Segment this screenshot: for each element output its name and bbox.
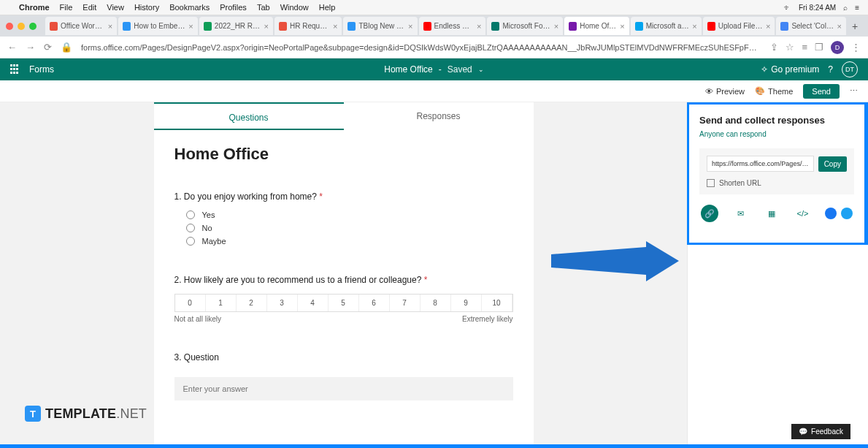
app-name[interactable]: Chrome: [19, 3, 50, 12]
menu-icon[interactable]: ≡: [855, 4, 859, 12]
link-icon[interactable]: 🔗: [701, 205, 718, 222]
radio-icon[interactable]: [186, 210, 195, 219]
menu-profiles[interactable]: Profiles: [220, 3, 247, 12]
browser-tab[interactable]: 2022_HR Requ×: [199, 17, 273, 35]
browser-tab[interactable]: Endless Sum×: [419, 17, 486, 35]
tab-responses[interactable]: Responses: [344, 102, 534, 130]
panel-subtitle[interactable]: Anyone can respond: [699, 130, 854, 138]
menu-help[interactable]: Help: [319, 3, 336, 12]
menu-tab[interactable]: Tab: [257, 3, 270, 12]
favicon: [423, 22, 431, 31]
close-tab-icon[interactable]: ×: [477, 22, 481, 31]
close-tab-icon[interactable]: ×: [837, 22, 842, 31]
window-controls[interactable]: [6, 23, 37, 30]
radio-icon[interactable]: [186, 237, 195, 246]
help-icon[interactable]: ?: [828, 64, 833, 75]
browser-tab[interactable]: How to Embed M×: [118, 17, 197, 35]
menu-history[interactable]: History: [134, 3, 159, 12]
more-icon[interactable]: ⋯: [850, 86, 858, 96]
shorten-checkbox[interactable]: [707, 179, 715, 187]
preview-button[interactable]: 👁 Preview: [705, 87, 745, 96]
favicon: [347, 22, 356, 31]
close-tab-icon[interactable]: ×: [264, 22, 269, 31]
copy-button[interactable]: Copy: [818, 156, 847, 172]
nps-cell[interactable]: 2: [237, 295, 267, 311]
close-tab-icon[interactable]: ×: [408, 22, 412, 31]
star-icon[interactable]: ☆: [786, 42, 794, 53]
shorten-label: Shorten URL: [719, 179, 761, 187]
menu-edit[interactable]: Edit: [82, 3, 96, 12]
profile-avatar[interactable]: D: [831, 41, 844, 54]
nps-cell[interactable]: 9: [451, 295, 482, 311]
nps-cell[interactable]: 0: [175, 295, 206, 311]
forward-icon[interactable]: →: [26, 42, 35, 53]
qrcode-icon[interactable]: ▦: [763, 205, 780, 222]
question-1[interactable]: 1. Do you enjoy working from home? * Yes…: [174, 191, 513, 246]
tab-questions[interactable]: Questions: [154, 102, 344, 130]
twitter-icon[interactable]: [841, 208, 853, 219]
browser-tab[interactable]: Upload Files in×: [703, 17, 775, 35]
nps-cell[interactable]: 8: [420, 295, 451, 311]
url-text[interactable]: forms.office.com/Pages/DesignPageV2.aspx…: [81, 43, 761, 52]
nps-cell[interactable]: 1: [206, 295, 237, 311]
wifi-icon[interactable]: ᯤ: [784, 4, 791, 12]
radio-maybe[interactable]: Maybe: [186, 237, 513, 246]
chat-icon: 💬: [799, 428, 807, 436]
radio-no[interactable]: No: [186, 224, 513, 232]
send-button[interactable]: Send: [803, 84, 840, 99]
close-tab-icon[interactable]: ×: [620, 22, 624, 31]
nps-cell[interactable]: 10: [482, 295, 512, 311]
share-icon[interactable]: ⇪: [770, 42, 778, 53]
menu-window[interactable]: Window: [280, 3, 309, 12]
menu-bookmarks[interactable]: Bookmarks: [169, 3, 210, 12]
extensions-icon[interactable]: ❐: [815, 42, 823, 53]
browser-tab[interactable]: Microsoft Forms×: [487, 17, 563, 35]
radio-yes[interactable]: Yes: [186, 210, 513, 219]
search-icon[interactable]: ⌕: [843, 4, 848, 12]
close-tab-icon[interactable]: ×: [333, 22, 337, 31]
minimize-window-icon[interactable]: [18, 23, 25, 30]
close-window-icon[interactable]: [6, 23, 13, 30]
share-url-field[interactable]: https://forms.office.com/Pages/Resp...: [707, 156, 814, 172]
browser-tab[interactable]: Select 'Collect×: [776, 17, 846, 35]
embed-icon[interactable]: </>: [794, 205, 812, 222]
maximize-window-icon[interactable]: [29, 23, 37, 30]
close-tab-icon[interactable]: ×: [108, 22, 112, 31]
browser-tab[interactable]: Office Workers×: [45, 17, 117, 35]
close-tab-icon[interactable]: ×: [188, 22, 193, 31]
app-launcher-icon[interactable]: [10, 64, 20, 75]
readlist-icon[interactable]: ≡: [802, 42, 807, 53]
facebook-icon[interactable]: [825, 208, 837, 219]
menu-file[interactable]: File: [60, 3, 73, 12]
nps-cell[interactable]: 6: [359, 295, 390, 311]
browser-tab[interactable]: HR Requests×: [274, 17, 342, 35]
email-icon[interactable]: ✉: [732, 205, 750, 222]
theme-button[interactable]: 🎨 Theme: [755, 86, 793, 96]
radio-icon[interactable]: [186, 224, 195, 232]
question-2[interactable]: 2. How likely are you to recommend us to…: [174, 275, 513, 323]
answer-input[interactable]: [174, 377, 513, 400]
new-tab-button[interactable]: +: [848, 20, 862, 32]
browser-tab[interactable]: Microsoft acco×: [631, 17, 702, 35]
browser-tab[interactable]: TBlog New Key×: [343, 17, 417, 35]
browser-tab[interactable]: Home Office×: [564, 17, 629, 35]
question-3[interactable]: 3. Question: [174, 352, 513, 400]
kebab-icon[interactable]: ⋮: [851, 42, 861, 53]
close-tab-icon[interactable]: ×: [554, 22, 558, 31]
chevron-down-icon[interactable]: ⌄: [478, 66, 484, 73]
form-title[interactable]: Home Office: [174, 145, 513, 164]
nps-cell[interactable]: 7: [390, 295, 420, 311]
close-tab-icon[interactable]: ×: [692, 22, 696, 31]
feedback-button[interactable]: 💬 Feedback: [791, 424, 850, 439]
nps-cell[interactable]: 3: [267, 295, 298, 311]
forms-brand[interactable]: Forms: [29, 64, 54, 75]
close-tab-icon[interactable]: ×: [766, 22, 770, 31]
nps-cell[interactable]: 5: [329, 295, 359, 311]
nps-cell[interactable]: 4: [298, 295, 329, 311]
go-premium-button[interactable]: ✧ Go premium: [761, 64, 819, 75]
form-title-header[interactable]: Home Office: [384, 64, 432, 75]
menu-view[interactable]: View: [107, 3, 124, 12]
reload-icon[interactable]: ⟳: [44, 42, 52, 53]
back-icon[interactable]: ←: [7, 42, 17, 53]
user-avatar[interactable]: DT: [842, 61, 858, 77]
